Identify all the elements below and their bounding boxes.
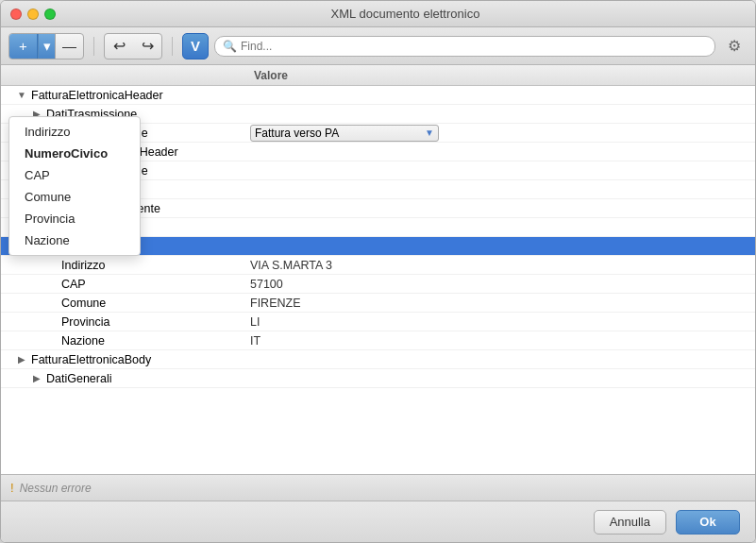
status-bar: ! Nessun errore — [1, 474, 755, 501]
popup-item-cap[interactable]: CAP — [9, 164, 140, 186]
popup-item-comune[interactable]: Comune — [9, 186, 140, 208]
expand-icon: ▶ — [16, 354, 27, 365]
undo-redo-group: ↩ ↪ — [104, 33, 162, 59]
expand-icon: ▼ — [16, 90, 27, 100]
search-input[interactable] — [241, 40, 707, 53]
traffic-lights — [10, 8, 56, 20]
cell-value: VIA S.MARTA 3 — [246, 259, 755, 272]
search-icon: 🔍 — [223, 40, 237, 53]
redo-button[interactable]: ↪ — [133, 34, 161, 59]
titlebar: XML documento elettronico — [1, 1, 755, 27]
popup-item-numerocivico[interactable]: NumeroCivico — [9, 143, 140, 164]
add-minus-group: + ▾ — — [8, 33, 84, 59]
table-row[interactable]: ▶ DatiGenerali — [1, 369, 755, 388]
popup-item-indirizzo[interactable]: Indirizzo — [9, 121, 140, 143]
toolbar-separator-2 — [172, 37, 173, 56]
cell-name: CAP — [1, 278, 246, 291]
search-bar: 🔍 — [214, 36, 715, 57]
add-button[interactable]: + — [9, 34, 38, 59]
main-window: XML documento elettronico + ▾ — ↩ ↪ V 🔍 … — [0, 0, 756, 543]
close-button[interactable] — [10, 8, 22, 20]
window-title: XML documento elettronico — [65, 7, 746, 21]
popup-item-nazione[interactable]: Nazione — [9, 229, 140, 251]
toolbar: + ▾ — ↩ ↪ V 🔍 ⚙ — [1, 27, 755, 65]
dropdown-popup: Indirizzo NumeroCivico CAP Comune Provin… — [8, 116, 141, 256]
col-header-value: Valore — [246, 69, 755, 82]
cell-value: IT — [246, 334, 755, 348]
cell-name: ▶ DatiGenerali — [1, 372, 246, 385]
toolbar-separator-1 — [93, 37, 94, 56]
minus-button[interactable]: — — [55, 34, 83, 59]
expand-icon: ▶ — [31, 373, 42, 383]
warning-icon: ! — [10, 481, 14, 495]
cell-name: Indirizzo — [1, 259, 246, 272]
table-row[interactable]: Comune FIRENZE — [1, 294, 755, 313]
popup-item-provincia[interactable]: Provincia — [9, 208, 140, 229]
table-row[interactable]: ▶ FatturaElettronicaBody — [1, 350, 755, 369]
add-dropdown-button[interactable]: ▾ — [38, 34, 55, 59]
cell-value: 57100 — [246, 278, 755, 291]
cell-name: Nazione — [1, 334, 246, 348]
table-row[interactable]: ▼ FatturaElettronicaHeader — [1, 86, 755, 105]
regime-dropdown[interactable]: Fattura verso PA ▼ — [250, 125, 439, 142]
gear-button[interactable]: ⚙ — [721, 33, 748, 59]
dropdown-cell: Fattura verso PA ▼ — [246, 125, 755, 142]
cell-value: FIRENZE — [246, 297, 755, 310]
minimize-button[interactable] — [27, 8, 39, 20]
badge-button[interactable]: V — [182, 33, 209, 59]
cell-name: ▼ FatturaElettronicaHeader — [1, 89, 246, 102]
table-row[interactable]: Provincia LI — [1, 313, 755, 331]
status-text: Nessun errore — [20, 482, 92, 495]
column-headers: Valore — [1, 65, 755, 86]
cell-name: Comune — [1, 297, 246, 310]
cancel-button[interactable]: Annulla — [594, 510, 666, 535]
chevron-down-icon: ▼ — [425, 127, 434, 138]
undo-button[interactable]: ↩ — [105, 34, 133, 59]
table-row[interactable]: CAP 57100 — [1, 275, 755, 294]
table-row[interactable]: Indirizzo VIA S.MARTA 3 — [1, 256, 755, 275]
dropdown-value: Fattura verso PA — [255, 127, 339, 140]
cell-name: ▶ FatturaElettronicaBody — [1, 353, 246, 366]
footer: Annulla Ok — [1, 501, 755, 542]
cell-value: LI — [246, 315, 755, 329]
ok-button[interactable]: Ok — [676, 510, 740, 535]
cell-name: Provincia — [1, 315, 246, 329]
tree-content[interactable]: Indirizzo NumeroCivico CAP Comune Provin… — [1, 86, 755, 474]
maximize-button[interactable] — [44, 8, 56, 20]
table-row[interactable]: Nazione IT — [1, 331, 755, 350]
